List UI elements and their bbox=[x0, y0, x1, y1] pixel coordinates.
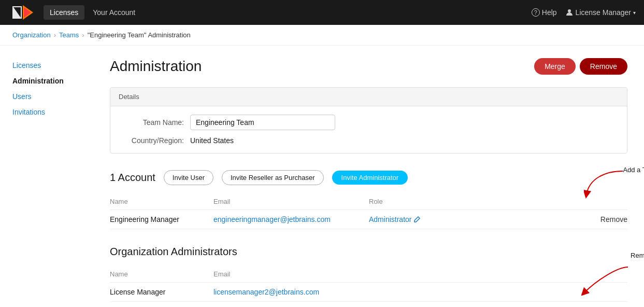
account-action: Remove bbox=[473, 210, 627, 229]
page-header: Administration Merge Remove bbox=[110, 58, 627, 75]
breadcrumb: Organization › Teams › "Engineering Team… bbox=[0, 25, 644, 46]
page-title: Administration bbox=[110, 58, 202, 75]
breadcrumb-organization[interactable]: Organization bbox=[12, 31, 51, 39]
account-role: Administrator bbox=[369, 210, 473, 229]
org-col-email-header: Email bbox=[213, 266, 369, 283]
org-admin-action-1: Remove a Team Administrator bbox=[369, 283, 627, 302]
account-email-link[interactable]: engineeringmanager@jetbrains.com bbox=[213, 215, 331, 224]
org-col-name-header: Name bbox=[110, 266, 213, 283]
header-buttons: Merge Remove bbox=[534, 58, 627, 75]
accounts-table: Name Email Role Engineering Manager engi… bbox=[110, 193, 627, 229]
org-admins-title: Organization Administrators bbox=[110, 246, 627, 258]
remove-admin-link[interactable]: Remove bbox=[600, 215, 627, 224]
org-admin-name-2: Chris Haworth bbox=[110, 302, 213, 308]
org-admin-email-1[interactable]: licensemanager2@jetbrains.com bbox=[213, 283, 369, 302]
breadcrumb-current: "Engineering Team" Administration bbox=[88, 31, 191, 39]
details-header: Details bbox=[110, 88, 627, 106]
team-name-label: Team Name: bbox=[123, 118, 190, 127]
team-name-row: Team Name: bbox=[123, 115, 614, 130]
account-header: 1 Account Invite User Invite Reseller as… bbox=[110, 170, 627, 185]
accounts-table-header-row: Name Email Role bbox=[110, 193, 627, 210]
breadcrumb-sep-1: › bbox=[54, 31, 56, 39]
nav-your-account[interactable]: Your Account bbox=[87, 5, 141, 20]
merge-button[interactable]: Merge bbox=[534, 58, 576, 75]
chevron-down-icon: ▾ bbox=[633, 10, 636, 16]
logo[interactable] bbox=[8, 3, 35, 22]
account-name: Engineering Manager bbox=[110, 210, 213, 229]
table-row: Chris Haworth chris.haworth@jetbrains.co… bbox=[110, 302, 627, 308]
country-row: Country/Region: United States bbox=[123, 136, 614, 145]
sidebar-item-invitations[interactable]: Invitations bbox=[8, 105, 85, 119]
invite-administrator-button[interactable]: Invite Administrator bbox=[332, 171, 408, 185]
invite-user-button[interactable]: Invite User bbox=[164, 170, 213, 185]
user-menu[interactable]: License Manager ▾ bbox=[565, 8, 636, 17]
org-admins-table: Name Email License Manager licensemanage… bbox=[110, 266, 627, 307]
nav-licenses[interactable]: Licenses bbox=[44, 5, 84, 20]
breadcrumb-sep-2: › bbox=[82, 31, 84, 39]
account-section: 1 Account Invite User Invite Reseller as… bbox=[110, 170, 627, 229]
col-email-header: Email bbox=[213, 193, 369, 210]
help-link[interactable]: ? Help bbox=[532, 8, 557, 17]
sidebar-item-administration[interactable]: Administration bbox=[8, 74, 85, 88]
org-admin-name-1: License Manager bbox=[110, 283, 213, 302]
svg-point-5 bbox=[568, 9, 571, 12]
top-navigation: Licenses Your Account ? Help License Man… bbox=[0, 0, 644, 25]
team-name-input[interactable] bbox=[190, 115, 335, 130]
breadcrumb-teams[interactable]: Teams bbox=[59, 31, 79, 39]
org-admin-email-2[interactable]: chris.haworth@jetbrains.com bbox=[213, 302, 369, 308]
account-email[interactable]: engineeringmanager@jetbrains.com bbox=[213, 210, 369, 229]
user-icon bbox=[565, 8, 574, 17]
main-content: Administration Merge Remove Details Team… bbox=[93, 46, 644, 307]
account-title: 1 Account bbox=[110, 172, 155, 184]
user-label: License Manager bbox=[576, 8, 631, 17]
sidebar-item-users[interactable]: Users bbox=[8, 89, 85, 104]
country-value: United States bbox=[190, 136, 234, 145]
org-admin-email-link-1[interactable]: licensemanager2@jetbrains.com bbox=[213, 288, 319, 296]
role-admin: Administrator bbox=[369, 215, 473, 224]
table-row: License Manager licensemanager2@jetbrain… bbox=[110, 283, 627, 302]
table-row: Engineering Manager engineeringmanager@j… bbox=[110, 210, 627, 229]
main-layout: Licenses Administration Users Invitation… bbox=[0, 46, 644, 307]
sidebar-item-licenses[interactable]: Licenses bbox=[8, 58, 85, 73]
help-icon: ? bbox=[532, 8, 540, 17]
edit-icon[interactable] bbox=[413, 216, 421, 223]
invite-reseller-button[interactable]: Invite Reseller as Purchaser bbox=[222, 170, 324, 185]
org-admins-section: Organization Administrators Name Email L… bbox=[110, 246, 627, 307]
col-name-header: Name bbox=[110, 193, 213, 210]
col-action-header bbox=[473, 193, 627, 210]
help-label: Help bbox=[542, 8, 557, 17]
remove-admin-arrow bbox=[581, 264, 633, 296]
sidebar: Licenses Administration Users Invitation… bbox=[0, 46, 93, 307]
role-link[interactable]: Administrator bbox=[369, 215, 411, 224]
org-admin-action-2 bbox=[369, 302, 627, 308]
remove-admin-annotation: Remove a Team Administrator bbox=[631, 252, 644, 259]
nav-right: ? Help License Manager ▾ bbox=[532, 8, 636, 17]
nav-links: Licenses Your Account bbox=[44, 5, 527, 20]
details-card: Details Team Name: Country/Region: Unite… bbox=[110, 87, 627, 153]
details-body: Team Name: Country/Region: United States bbox=[110, 106, 627, 153]
remove-button[interactable]: Remove bbox=[580, 58, 627, 75]
col-role-header: Role bbox=[369, 193, 473, 210]
country-label: Country/Region: bbox=[123, 136, 190, 145]
org-admins-header-row: Name Email bbox=[110, 266, 627, 283]
